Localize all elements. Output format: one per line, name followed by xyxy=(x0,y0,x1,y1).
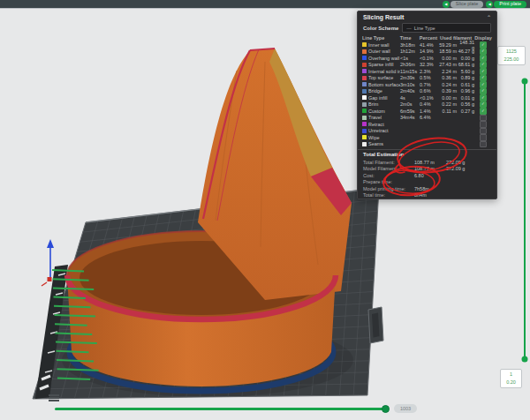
display-checkbox[interactable] xyxy=(480,134,487,141)
line-type-row: Brim 2m0s 0.4% 0.22 m 0.56 g xyxy=(358,101,496,109)
display-checkbox[interactable] xyxy=(480,55,487,62)
line-type-swatch xyxy=(362,76,367,80)
line-type-used-g: 0.27 g xyxy=(457,109,474,114)
col-time: Time xyxy=(400,35,420,41)
line-type-time: 2m40s xyxy=(400,88,420,94)
col-line-type: Line Type xyxy=(362,35,400,41)
display-checkbox[interactable] xyxy=(480,68,487,75)
display-checkbox[interactable] xyxy=(480,115,487,122)
print-dropdown-icon[interactable]: ◀ xyxy=(486,1,493,8)
layer-height-top: 225.00 xyxy=(498,56,525,64)
print-plate-label[interactable]: Print plate xyxy=(494,1,526,8)
slice-plate-button[interactable]: ◀ Slice plate xyxy=(443,1,483,8)
display-checkbox[interactable] xyxy=(480,41,487,49)
line-type-used-m: 59.29 m xyxy=(437,42,457,48)
line-type-percent: 14.9% xyxy=(420,49,437,54)
line-type-row: Bridge 2m40s 0.6% 0.39 m 0.96 g xyxy=(358,88,496,95)
display-checkbox[interactable] xyxy=(480,62,487,69)
display-checkbox[interactable] xyxy=(480,128,487,135)
display-checkbox[interactable] xyxy=(480,94,487,101)
total-label: Total time: xyxy=(363,192,414,198)
display-checkbox[interactable] xyxy=(480,141,487,148)
total-label: Model Filament: xyxy=(363,166,414,171)
total-value-2: 272.09 g xyxy=(446,166,491,171)
line-type-name: Travel xyxy=(368,115,382,120)
table-header: Line Type Time Percent Used filament Dis… xyxy=(358,34,496,41)
line-type-name: Seams xyxy=(368,141,383,146)
line-type-swatch xyxy=(362,129,367,133)
display-checkbox[interactable] xyxy=(480,121,487,128)
slice-dropdown-icon[interactable]: ◀ xyxy=(443,1,450,8)
line-type-percent: 2.3% xyxy=(420,69,437,74)
line-type-used-g: 0.61 g xyxy=(457,82,474,87)
line-type-name: Retract xyxy=(368,122,384,127)
total-value: 108.77 m xyxy=(414,160,446,165)
print-plate-button[interactable]: ◀ Print plate xyxy=(486,1,526,8)
line-type-percent: <0.1% xyxy=(420,95,437,101)
line-type-time: 2m0s xyxy=(400,101,420,107)
moves-icon xyxy=(49,394,59,403)
total-label: Prepare time: xyxy=(363,179,414,184)
layer-number-bottom: 1 xyxy=(501,371,521,379)
total-row: Cost: 6.80 xyxy=(358,172,496,179)
line-type-used-m: 0.00 m xyxy=(437,56,457,61)
line-type-used-g: 0.89 g xyxy=(457,75,474,80)
layer-slider-bottom-badge[interactable]: 1 0.20 xyxy=(500,369,522,388)
line-type-swatch xyxy=(362,142,367,146)
total-label: Total Filament: xyxy=(363,160,414,165)
line-type-name: Sparse infill xyxy=(368,62,393,67)
line-type-time: 4s xyxy=(400,95,420,101)
panel-title: Slicing Result xyxy=(363,14,404,20)
line-type-row: Top surface 2m39s 0.5% 0.36 m 0.89 g xyxy=(358,75,496,82)
total-row: Total time: 8h4m xyxy=(358,192,496,199)
line-type-swatch xyxy=(362,49,367,54)
line-type-row: Retract xyxy=(358,121,496,128)
display-checkbox[interactable] xyxy=(480,101,487,109)
line-type-percent: 0.5% xyxy=(420,75,437,80)
line-type-table: Inner wall 3h18m 41.4% 59.29 m 148.31 g … xyxy=(358,41,496,147)
total-value: 8h4m xyxy=(414,192,446,198)
col-display: Display xyxy=(474,35,492,41)
sliced-model[interactable] xyxy=(67,49,352,386)
line-type-used-g: 46.27 g xyxy=(457,49,474,54)
total-row: Model Filament: 108.77 m 272.09 g xyxy=(358,166,496,173)
line-type-percent: 0.7% xyxy=(420,82,437,87)
display-checkbox[interactable] xyxy=(480,88,487,95)
color-scheme-label: Color Scheme xyxy=(363,26,398,31)
total-row: Model printing time: 7h58m xyxy=(358,185,496,192)
slice-plate-label[interactable]: Slice plate xyxy=(450,1,483,8)
layer-slider-top-badge[interactable]: 1125 225.00 xyxy=(497,46,526,65)
line-type-swatch xyxy=(362,89,367,94)
line-type-swatch xyxy=(362,135,367,139)
line-type-time: 2m39s xyxy=(400,75,420,80)
line-type-percent: <0.1% xyxy=(420,56,437,61)
line-type-used-g: 5.60 g xyxy=(457,69,474,74)
line-type-swatch xyxy=(362,116,367,120)
display-checkbox[interactable] xyxy=(480,49,487,56)
move-slider-thumb[interactable] xyxy=(382,405,390,413)
total-row: Prepare time: xyxy=(358,179,496,186)
line-type-swatch xyxy=(362,95,367,100)
move-slider-track[interactable] xyxy=(55,408,387,410)
line-type-name: Overhang wall xyxy=(368,56,399,61)
plate-handle xyxy=(368,307,383,343)
slicing-result-panel: Slicing Result ⌃ Color Scheme — Line Typ… xyxy=(357,11,497,199)
line-type-used-m: 2.24 m xyxy=(437,69,457,74)
display-checkbox[interactable] xyxy=(480,75,487,82)
display-checkbox[interactable] xyxy=(480,108,487,115)
layer-slider[interactable] xyxy=(522,79,528,363)
line-type-row: Unretract xyxy=(358,128,496,135)
collapse-chevron-icon[interactable]: ⌃ xyxy=(487,14,491,20)
line-type-name: Bottom surface xyxy=(368,82,400,87)
display-checkbox[interactable] xyxy=(480,81,487,88)
line-type-row: Gap infill 4s <0.1% 0.00 m 0.01 g xyxy=(358,94,496,101)
line-type-percent: 0.4% xyxy=(420,101,437,107)
line-type-used-m: 0.36 m xyxy=(437,75,457,80)
line-type-time: 34m4s xyxy=(400,115,420,120)
color-scheme-dropdown[interactable]: — Line Type xyxy=(402,23,491,33)
line-type-row: Outer wall 1h12m 14.9% 18.59 m 46.27 g xyxy=(358,49,496,56)
line-type-swatch xyxy=(362,102,367,107)
line-type-row: Custom 6m59s 1.4% 0.11 m 0.27 g xyxy=(358,108,496,115)
line-type-used-m: 0.24 m xyxy=(437,82,457,87)
line-type-name: Wipe xyxy=(368,135,380,140)
